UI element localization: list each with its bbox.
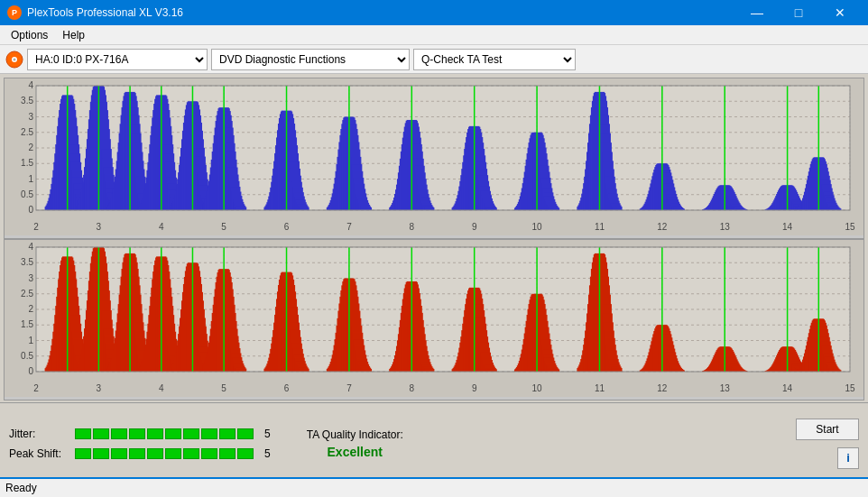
jitter-seg-10 bbox=[237, 428, 254, 439]
top-chart bbox=[5, 78, 863, 235]
ps-seg-6 bbox=[165, 448, 181, 459]
start-button[interactable]: Start bbox=[796, 419, 859, 440]
jitter-seg-8 bbox=[201, 428, 217, 439]
jitter-bar bbox=[75, 428, 254, 439]
ps-seg-1 bbox=[75, 448, 91, 459]
metrics-left: Jitter: 5 Peak Shift: bbox=[9, 428, 271, 460]
jitter-row: Jitter: 5 bbox=[9, 428, 271, 440]
jitter-value: 5 bbox=[264, 428, 271, 440]
jitter-seg-5 bbox=[147, 428, 163, 439]
ps-seg-8 bbox=[201, 448, 217, 459]
jitter-seg-6 bbox=[165, 428, 181, 439]
main-content: Jitter: 5 Peak Shift: bbox=[0, 74, 868, 477]
jitter-seg-2 bbox=[93, 428, 109, 439]
peakshift-bar bbox=[75, 448, 254, 459]
bottom-chart-container bbox=[4, 239, 864, 400]
jitter-seg-9 bbox=[219, 428, 235, 439]
ps-seg-10 bbox=[237, 448, 254, 459]
jitter-seg-3 bbox=[111, 428, 127, 439]
jitter-seg-4 bbox=[129, 428, 145, 439]
function-selector[interactable]: DVD Diagnostic Functions bbox=[211, 49, 410, 70]
jitter-seg-1 bbox=[75, 428, 91, 439]
ps-seg-9 bbox=[219, 448, 235, 459]
bottom-panel: Jitter: 5 Peak Shift: bbox=[0, 402, 868, 477]
info-button[interactable]: i bbox=[837, 447, 859, 469]
menu-options[interactable]: Options bbox=[4, 27, 55, 43]
window-title: PlexTools Professional XL V3.16 bbox=[27, 6, 183, 19]
svg-point-2 bbox=[14, 58, 16, 60]
window-controls: — □ ✕ bbox=[736, 0, 861, 25]
ta-quality-section: TA Quality Indicator: Excellent bbox=[307, 428, 403, 459]
device-selector[interactable]: HA:0 ID:0 PX-716A bbox=[27, 49, 208, 70]
ps-seg-4 bbox=[129, 448, 145, 459]
minimize-button[interactable]: — bbox=[736, 0, 778, 25]
toolbar: HA:0 ID:0 PX-716A DVD Diagnostic Functio… bbox=[0, 45, 868, 74]
maximize-button[interactable]: □ bbox=[778, 0, 819, 25]
jitter-label: Jitter: bbox=[9, 428, 68, 440]
ps-seg-7 bbox=[183, 448, 199, 459]
ta-quality-label: TA Quality Indicator: bbox=[307, 428, 403, 441]
ps-seg-2 bbox=[93, 448, 109, 459]
top-chart-container bbox=[4, 78, 864, 239]
menu-help[interactable]: Help bbox=[55, 27, 92, 43]
ps-seg-3 bbox=[111, 448, 127, 459]
cd-icon bbox=[5, 51, 23, 69]
status-text: Ready bbox=[5, 482, 37, 494]
ta-quality-value: Excellent bbox=[328, 445, 383, 459]
test-selector[interactable]: Q-Check TA Test bbox=[413, 49, 576, 70]
peakshift-row: Peak Shift: 5 bbox=[9, 447, 271, 460]
action-buttons: Start i bbox=[796, 419, 859, 469]
peakshift-label: Peak Shift: bbox=[9, 447, 68, 460]
app-icon: P bbox=[7, 5, 22, 20]
jitter-seg-7 bbox=[183, 428, 199, 439]
bottom-chart bbox=[5, 240, 863, 397]
close-button[interactable]: ✕ bbox=[819, 0, 861, 25]
charts-area bbox=[0, 74, 868, 402]
status-bar: Ready bbox=[0, 477, 868, 497]
ps-seg-5 bbox=[147, 448, 163, 459]
peakshift-value: 5 bbox=[264, 447, 271, 460]
menu-bar: Options Help bbox=[0, 25, 868, 45]
title-bar: P PlexTools Professional XL V3.16 — □ ✕ bbox=[0, 0, 868, 25]
